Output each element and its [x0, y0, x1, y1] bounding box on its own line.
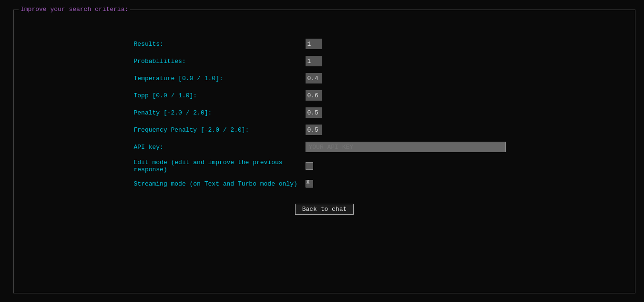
- api-key-row: API key:: [134, 142, 515, 152]
- temperature-input[interactable]: [306, 73, 322, 83]
- results-row: Results:: [134, 39, 515, 49]
- panel-title: Improve your search criteria:: [19, 6, 130, 13]
- edit-mode-label: Edit mode (edit and improve the previous…: [134, 159, 306, 173]
- form-content: Results: Probabilities: Temperature [0.0…: [14, 10, 635, 229]
- frequency-penalty-label: Frequency Penalty [-2.0 / 2.0]:: [134, 126, 306, 134]
- frequency-penalty-row: Frequency Penalty [-2.0 / 2.0]:: [134, 125, 515, 135]
- form-table: Results: Probabilities: Temperature [0.0…: [134, 39, 515, 194]
- settings-panel: Improve your search criteria: Results: P…: [13, 10, 635, 293]
- penalty-row: Penalty [-2.0 / 2.0]:: [134, 107, 515, 118]
- streaming-mode-label: Streaming mode (on Text and Turbo mode o…: [134, 180, 306, 187]
- topp-input[interactable]: [306, 90, 322, 101]
- edit-mode-checkbox[interactable]: [306, 162, 313, 170]
- back-to-chat-button[interactable]: Back to chat: [295, 204, 354, 215]
- back-button-container: Back to chat: [295, 204, 354, 215]
- streaming-mode-row: Streaming mode (on Text and Turbo mode o…: [134, 180, 515, 187]
- penalty-label: Penalty [-2.0 / 2.0]:: [134, 109, 306, 116]
- api-key-input[interactable]: [306, 142, 506, 152]
- penalty-input[interactable]: [306, 107, 322, 118]
- probabilities-row: Probabilities:: [134, 56, 515, 66]
- frequency-penalty-input[interactable]: [306, 125, 322, 135]
- topp-label: Topp [0.0 / 1.0]:: [134, 92, 306, 99]
- results-input[interactable]: [306, 39, 322, 49]
- streaming-mode-checkbox[interactable]: [306, 180, 313, 187]
- edit-mode-row: Edit mode (edit and improve the previous…: [134, 159, 515, 173]
- api-key-label: API key:: [134, 144, 306, 151]
- probabilities-input[interactable]: [306, 56, 322, 66]
- results-label: Results:: [134, 41, 306, 48]
- topp-row: Topp [0.0 / 1.0]:: [134, 90, 515, 101]
- temperature-label: Temperature [0.0 / 1.0]:: [134, 75, 306, 82]
- probabilities-label: Probabilities:: [134, 58, 306, 65]
- temperature-row: Temperature [0.0 / 1.0]:: [134, 73, 515, 83]
